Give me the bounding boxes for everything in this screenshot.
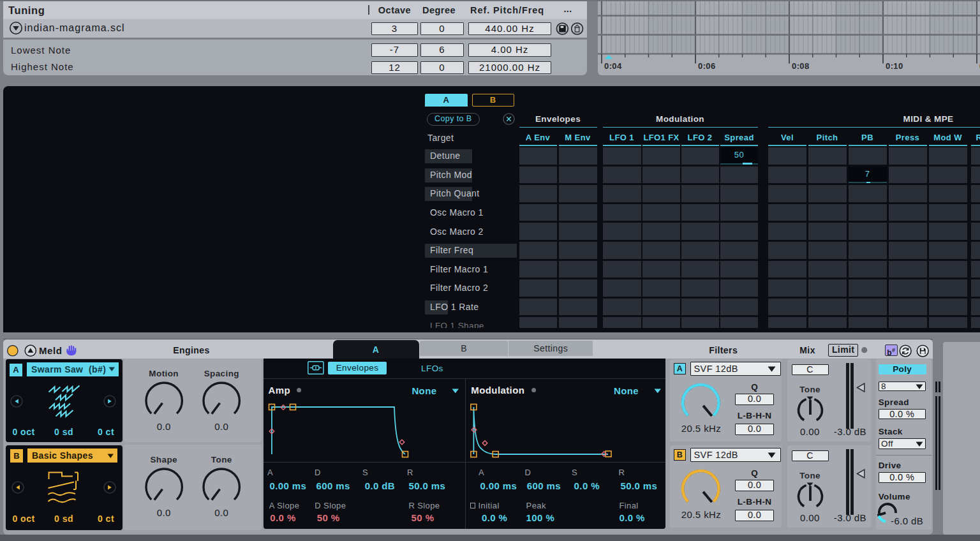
- svg-text:0:06: 0:06: [698, 61, 716, 71]
- svg-text:0:08: 0:08: [792, 61, 810, 71]
- svg-text:0:10: 0:10: [886, 61, 903, 71]
- svg-text:0:04: 0:04: [604, 61, 622, 71]
